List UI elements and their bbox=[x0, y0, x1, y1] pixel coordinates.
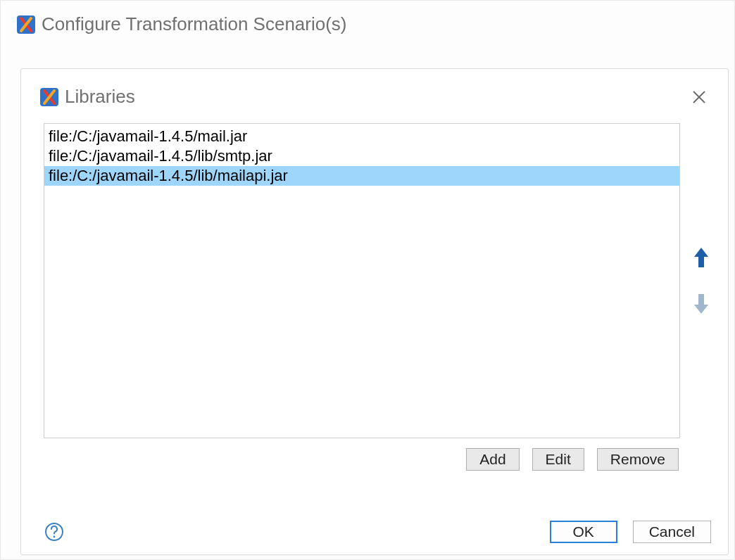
move-down-icon[interactable] bbox=[690, 291, 712, 317]
dialog-footer: OK Cancel bbox=[44, 521, 711, 543]
list-item[interactable]: file:/C:/javamail-1.4.5/lib/mailapi.jar bbox=[44, 166, 679, 186]
svg-point-5 bbox=[54, 536, 56, 538]
parent-titlebar: Configure Transformation Scenario(s) bbox=[1, 1, 734, 44]
cancel-button[interactable]: Cancel bbox=[633, 521, 711, 543]
app-icon bbox=[16, 15, 36, 34]
add-button[interactable]: Add bbox=[466, 448, 519, 471]
list-item[interactable]: file:/C:/javamail-1.4.5/lib/smtp.jar bbox=[44, 146, 679, 166]
libraries-list[interactable]: file:/C:/javamail-1.4.5/mail.jarfile:/C:… bbox=[44, 123, 680, 438]
app-icon bbox=[39, 87, 59, 107]
close-icon[interactable] bbox=[690, 88, 708, 106]
help-icon[interactable] bbox=[44, 521, 65, 542]
parent-window-title: Configure Transformation Scenario(s) bbox=[42, 13, 347, 35]
move-up-icon[interactable] bbox=[690, 245, 712, 270]
footer-buttons: OK Cancel bbox=[550, 521, 711, 543]
dialog-titlebar: Libraries bbox=[21, 69, 728, 116]
list-item[interactable]: file:/C:/javamail-1.4.5/mail.jar bbox=[44, 127, 679, 146]
edit-button[interactable]: Edit bbox=[532, 448, 584, 471]
ok-button[interactable]: OK bbox=[550, 521, 617, 543]
libraries-dialog: Libraries file:/C:/javamail-1.4.5/mail.j… bbox=[20, 68, 729, 555]
reorder-controls bbox=[680, 123, 717, 438]
parent-window: Configure Transformation Scenario(s) Lib… bbox=[0, 0, 735, 560]
remove-button[interactable]: Remove bbox=[597, 448, 679, 471]
dialog-content: file:/C:/javamail-1.4.5/mail.jarfile:/C:… bbox=[21, 116, 728, 438]
dialog-title: Libraries bbox=[65, 86, 135, 108]
list-button-row: Add Edit Remove bbox=[21, 438, 728, 471]
